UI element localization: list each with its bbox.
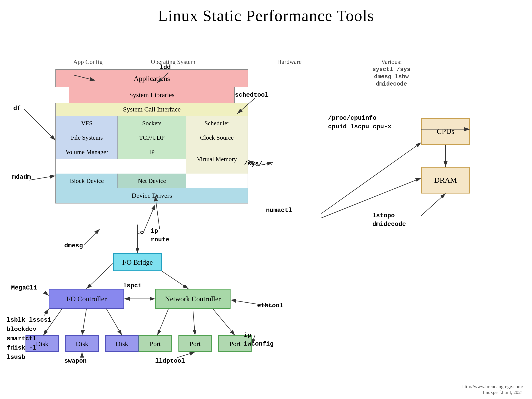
ldd-label: ldd	[160, 64, 171, 71]
ip-iwconfig-label: ip iwconfig	[244, 331, 273, 348]
virtmem-spacer	[186, 174, 248, 188]
applications-layer: Applications	[55, 69, 248, 87]
port1-box: Port	[139, 335, 172, 352]
lsblk-label: lsblk lsscsi blockdev smartctl fdisk -l …	[7, 316, 51, 362]
os-label: Operating System	[151, 58, 195, 65]
syslib-layer: System Libraries	[69, 87, 235, 103]
fs-tcp-clock-row: File Systems TCP/UDP Clock Source	[55, 130, 248, 145]
vfs-cell: VFS	[56, 116, 118, 130]
syscall-layer: System Call Interface	[55, 103, 248, 116]
block-netdev-row: Block Device Net Device	[55, 174, 248, 188]
lldptool-label: lldptool	[155, 358, 185, 364]
clocksrc-cell: Clock Source	[186, 130, 248, 145]
proc-cpuinfo-label: /proc/cpuinfo cpuid lscpu cpu-x	[328, 114, 392, 131]
megacli-label: MegaCli	[11, 284, 37, 291]
ethtool-label: ethtool	[257, 302, 283, 309]
io-bridge-box: I/O Bridge	[113, 253, 162, 271]
schedtool-label: schedtool	[235, 92, 268, 98]
virtmem-cell: Virtual Memory	[186, 145, 248, 174]
os-stack: Applications System Libraries System Cal…	[55, 69, 248, 203]
scheduler-cell: Scheduler	[186, 116, 248, 130]
svg-line-29	[177, 352, 195, 358]
netdev-cell: Net Device	[118, 174, 186, 188]
blockdev-cell: Block Device	[56, 174, 118, 188]
devdrivers-layer: Device Drivers	[55, 188, 248, 203]
svg-line-13	[84, 229, 100, 245]
dmesg-label: dmesg	[64, 242, 83, 249]
tc-label: tc	[136, 229, 144, 236]
svg-line-10	[421, 194, 446, 216]
cpus-box: CPUs	[421, 118, 470, 145]
various-label: Various: sysctl /sys dmesg lshw dmidecod…	[372, 58, 411, 87]
ip-cell: IP	[118, 145, 186, 159]
svg-line-31	[44, 292, 49, 296]
io-controller-box: I/O Controller	[49, 289, 124, 309]
svg-line-9	[321, 178, 421, 218]
sys-dots-label: /sys/...	[244, 160, 273, 167]
disk3-box: Disk	[105, 335, 139, 352]
lspci-label: lspci	[123, 282, 142, 289]
net-controller-box: Network Controller	[155, 289, 231, 309]
svg-line-25	[213, 309, 235, 335]
hardware-label: Hardware	[277, 58, 301, 65]
df-label: df	[13, 105, 21, 112]
swapon-label: swapon	[64, 358, 87, 364]
svg-line-4	[24, 109, 55, 140]
port2-box: Port	[178, 335, 212, 352]
numactl-label: numactl	[266, 207, 292, 214]
svg-line-8	[321, 143, 421, 214]
svg-line-21	[82, 309, 86, 335]
volmgr-cell: Volume Manager	[56, 145, 118, 159]
footer-label: http://www.brendangregg.com/ linuxperf.h…	[462, 384, 523, 395]
sockets-cell: Sockets	[118, 116, 186, 130]
ip-route-label: ip route	[151, 227, 169, 244]
page-title: Linux Static Performance Tools	[0, 0, 532, 25]
lstopo-label: lstopo dmidecode	[372, 211, 406, 228]
svg-line-30	[44, 309, 49, 316]
tcpudp-cell: TCP/UDP	[118, 130, 186, 145]
svg-line-5	[29, 176, 55, 180]
svg-line-18	[162, 271, 188, 289]
app-config-label: App Config	[73, 58, 103, 65]
fs-cell: File Systems	[56, 130, 118, 145]
mdadm-label: mdadm	[12, 174, 31, 180]
vol-ip-virtmem-row: Volume Manager IP Virtual Memory	[55, 145, 248, 174]
vfs-sockets-scheduler-row: VFS Sockets Scheduler	[55, 116, 248, 130]
svg-line-24	[193, 309, 195, 335]
disk2-box: Disk	[65, 335, 99, 352]
svg-line-23	[157, 309, 168, 335]
svg-line-17	[86, 263, 113, 289]
dram-box: DRAM	[421, 167, 470, 194]
svg-line-22	[106, 309, 122, 335]
